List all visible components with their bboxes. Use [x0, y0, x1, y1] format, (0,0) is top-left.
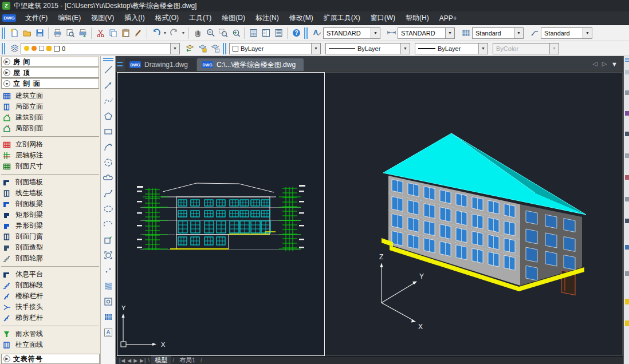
mleader-style-icon[interactable]	[528, 27, 541, 39]
menu-file[interactable]: 文件(F)	[21, 12, 52, 24]
sidebar-item-scissor-railing[interactable]: 梯剪栏杆	[0, 312, 100, 323]
calculator-button[interactable]	[247, 27, 260, 39]
tab-next-icon[interactable]: ▶	[133, 358, 138, 363]
polyline-tool-icon[interactable]	[102, 94, 115, 107]
layer-previous-button[interactable]	[183, 42, 196, 55]
sidebar-item-section-door-window[interactable]: 剖面门窗	[0, 231, 100, 242]
sidebar-item-section-dimension[interactable]: 剖面尺寸	[0, 161, 100, 172]
color-combo[interactable]: ByLayer ▼	[229, 43, 321, 54]
zoom-window-button[interactable]	[217, 27, 229, 39]
menu-modify[interactable]: 修改(M)	[285, 12, 318, 24]
sidebar-item-partial-section[interactable]: 局部剖面	[0, 123, 100, 134]
viewport-2d-elevation[interactable]: YX	[117, 72, 325, 356]
section-text-table-symbols[interactable]: ▶ 文表符号	[1, 354, 100, 364]
rectangle-tool-icon[interactable]	[102, 125, 115, 138]
toolbar-grip[interactable]	[304, 27, 308, 39]
ellipse-tool-icon[interactable]	[102, 203, 115, 215]
sidebar-item-building-elevation[interactable]: 建筑立面	[0, 90, 100, 101]
tab-list-dropdown-icon[interactable]: ▼	[611, 61, 618, 68]
docked-toolbar-strip[interactable]	[623, 56, 629, 364]
menu-edit[interactable]: 编辑(E)	[53, 12, 85, 24]
tab-drawing1[interactable]: DWG Drawing1.dwg	[125, 58, 196, 71]
make-block-tool-icon[interactable]	[102, 249, 115, 262]
section-elevation-section[interactable]: ▼ 立 剖 面	[1, 78, 99, 89]
sidebar-item-section-slab-beam[interactable]: 剖面板梁	[0, 199, 100, 209]
print-preview-button[interactable]	[64, 27, 76, 39]
section-roof[interactable]: ▶ 屋 顶	[1, 68, 99, 78]
layer-freeze-icon[interactable]	[32, 46, 37, 51]
open-button[interactable]	[21, 27, 33, 39]
sidebar-item-column-elevation[interactable]: 柱立面线	[0, 339, 100, 350]
menu-draw[interactable]: 绘图(D)	[217, 12, 250, 24]
toolbar-grip[interactable]	[625, 58, 629, 62]
ray-tool-icon[interactable]	[102, 79, 115, 92]
menu-window[interactable]: 窗口(W)	[366, 12, 400, 24]
sidebar-item-axis-annotation[interactable]: 层轴标注	[0, 150, 100, 161]
menu-dimension[interactable]: 标注(N)	[251, 12, 284, 24]
toolbar-grip[interactable]	[223, 43, 226, 54]
sidebar-item-section-grid[interactable]: 立剖网格	[0, 139, 100, 150]
menu-view[interactable]: 视图(V)	[87, 12, 119, 24]
insert-block-tool-icon[interactable]	[102, 234, 115, 246]
viewport-3d-model[interactable]: ZYX	[325, 72, 623, 356]
toolbar-grip[interactable]	[2, 43, 5, 54]
tab-last-icon[interactable]: ▶|	[140, 358, 146, 363]
table-tool-icon[interactable]	[102, 311, 115, 323]
sidebar-item-stair-flight[interactable]: 剖面梯段	[0, 280, 100, 291]
dim-style-combo[interactable]: STANDARD▼	[398, 27, 455, 39]
properties-palette-button[interactable]	[260, 27, 272, 39]
cut-button[interactable]	[94, 27, 107, 39]
section-room[interactable]: ▶ 房 间	[1, 57, 99, 67]
sidebar-item-rain-pipe[interactable]: 雨水管线	[0, 329, 100, 339]
redo-dropdown[interactable]: ▼	[180, 31, 186, 35]
layer-match-button[interactable]	[209, 42, 221, 55]
circle-tool-icon[interactable]	[102, 156, 115, 169]
menu-app-plus[interactable]: APP+	[435, 13, 462, 23]
dim-style-icon[interactable]	[385, 27, 398, 39]
point-tool-icon[interactable]	[102, 264, 115, 277]
lineweight-combo[interactable]: ByLayer ▼	[415, 43, 488, 54]
layer-thaw-icon[interactable]	[39, 46, 44, 51]
ellipse-arc-tool-icon[interactable]	[102, 218, 115, 231]
print-button[interactable]	[51, 27, 64, 39]
copy-button[interactable]	[107, 27, 119, 39]
sidebar-item-shaped-beam[interactable]: 异形剖梁	[0, 220, 100, 231]
sidebar-item-handrail-joint[interactable]: 扶手接头	[0, 302, 100, 312]
layout1-tab[interactable]: 布局1	[176, 356, 199, 364]
tab-scroll-left-icon[interactable]: ◁	[592, 60, 597, 68]
sidebar-item-section-shape[interactable]: 剖面造型	[0, 242, 100, 253]
sidebar-item-section-outline[interactable]: 剖面轮廓	[0, 253, 100, 264]
revision-cloud-tool-icon[interactable]	[102, 172, 115, 184]
sidebar-item-stair-railing[interactable]: 楼梯栏杆	[0, 291, 100, 302]
menu-format[interactable]: 格式(O)	[151, 12, 183, 24]
tabbar-grip[interactable]	[117, 62, 123, 66]
mtext-tool-icon[interactable]: A	[102, 326, 115, 339]
tab-prev-icon[interactable]: ◀	[127, 358, 132, 363]
text-style-icon[interactable]: A	[310, 27, 323, 39]
tab-first-icon[interactable]: |◀	[119, 358, 125, 363]
new-button[interactable]	[8, 27, 21, 39]
layer-manager-button[interactable]	[8, 42, 21, 55]
spline-tool-icon[interactable]	[102, 187, 115, 200]
arc-tool-icon[interactable]	[102, 141, 115, 153]
tab-teaching-building[interactable]: DWG C:\...\教学综合楼全图.dwg	[197, 58, 304, 71]
donut-tool-icon[interactable]	[102, 295, 115, 308]
publish-button[interactable]	[76, 27, 89, 39]
layer-states-button[interactable]	[196, 42, 209, 55]
layer-lock-icon[interactable]	[46, 46, 52, 51]
layer-on-icon[interactable]	[24, 46, 29, 51]
sidebar-item-building-section[interactable]: 建筑剖面	[0, 112, 100, 123]
sidebar-item-section-wall[interactable]: 剖面墙板	[0, 177, 100, 188]
menu-express[interactable]: 扩展工具(X)	[319, 12, 365, 24]
help-button[interactable]: ?	[290, 27, 302, 39]
menu-tools[interactable]: 工具(T)	[184, 12, 216, 24]
menu-help[interactable]: 帮助(H)	[401, 12, 434, 24]
polygon-tool-icon[interactable]	[102, 110, 115, 122]
table-style-combo[interactable]: Standard▼	[472, 27, 524, 39]
toolbar-grip[interactable]	[2, 27, 5, 39]
undo-button[interactable]	[150, 27, 162, 39]
sidebar-item-landing-platform[interactable]: 休息平台	[0, 269, 100, 280]
sidebar-item-line-wall[interactable]: 线生墙板	[0, 188, 100, 199]
match-properties-button[interactable]	[132, 27, 144, 39]
paste-button[interactable]	[119, 27, 132, 39]
